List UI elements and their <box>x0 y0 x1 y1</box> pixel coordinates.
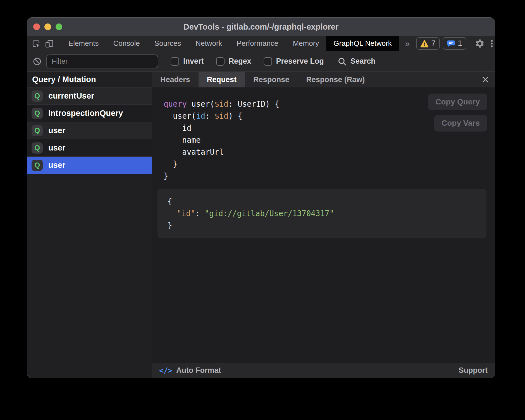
copy-buttons: Copy Query Copy Vars <box>428 94 487 132</box>
invert-checkbox-group[interactable]: Invert <box>171 57 204 66</box>
tab-performance[interactable]: Performance <box>230 36 286 51</box>
close-window-button[interactable] <box>33 23 40 30</box>
invert-checkbox[interactable] <box>171 57 179 66</box>
kebab-menu-icon <box>487 39 495 48</box>
query-list-header: Query / Mutation <box>27 72 152 87</box>
query-list-item-IntrospectionQuery[interactable]: Q IntrospectionQuery <box>27 105 152 122</box>
tab-response[interactable]: Response <box>245 72 298 87</box>
inspect-cursor-icon <box>32 39 40 48</box>
request-detail-panel: Headers Request Response Response (Raw) … <box>152 72 495 378</box>
code-brackets-icon: </> <box>159 366 172 375</box>
window-title: DevTools - gitlab.com/-/graphql-explorer <box>183 22 338 32</box>
warning-count: 7 <box>431 39 436 48</box>
search-icon <box>337 57 347 66</box>
preserve-log-label: Preserve Log <box>276 57 324 66</box>
filter-toolbar: Invert Regex Preserve Log Search <box>27 51 495 72</box>
tab-console[interactable]: Console <box>106 36 147 51</box>
support-link[interactable]: Support <box>459 366 488 375</box>
auto-format-button[interactable]: Auto Format <box>176 366 221 375</box>
tab-graphql-network[interactable]: GraphQL Network <box>326 36 399 51</box>
query-name: currentUser <box>48 91 94 101</box>
regex-checkbox[interactable] <box>216 57 225 66</box>
query-type-badge: Q <box>32 108 43 119</box>
query-list-item-user-1[interactable]: Q user <box>27 122 152 139</box>
tab-headers[interactable]: Headers <box>152 72 199 87</box>
query-name: user <box>48 143 65 152</box>
issues-badge[interactable]: 1 <box>443 37 466 50</box>
preserve-log-checkbox-group[interactable]: Preserve Log <box>264 57 324 66</box>
search-button[interactable]: Search <box>337 57 376 66</box>
tab-response-raw[interactable]: Response (Raw) <box>298 72 373 87</box>
search-label: Search <box>350 57 376 66</box>
query-type-badge: Q <box>32 125 43 136</box>
toggle-device-toolbar-button[interactable] <box>45 39 54 48</box>
tab-network[interactable]: Network <box>188 36 229 51</box>
query-list-panel: Query / Mutation Q currentUser Q Introsp… <box>27 72 152 378</box>
clear-button[interactable] <box>32 56 43 67</box>
more-options-button[interactable] <box>487 37 495 50</box>
tab-sources[interactable]: Sources <box>147 36 188 51</box>
query-list-item-currentUser[interactable]: Q currentUser <box>27 87 152 105</box>
warnings-badge[interactable]: 7 <box>416 37 440 50</box>
tab-memory[interactable]: Memory <box>285 36 326 51</box>
query-type-badge: Q <box>32 160 43 171</box>
copy-vars-button[interactable]: Copy Vars <box>434 115 487 132</box>
gear-icon <box>475 39 485 49</box>
regex-checkbox-group[interactable]: Regex <box>216 57 251 66</box>
devtools-window: DevTools - gitlab.com/-/graphql-explorer… <box>27 17 495 378</box>
query-type-badge: Q <box>32 90 43 102</box>
device-toolbar-icon <box>45 39 54 48</box>
devtools-tab-bar: Elements Console Sources Network Perform… <box>27 36 495 51</box>
detail-footer: </> Auto Format Support <box>152 363 495 378</box>
tab-request[interactable]: Request <box>199 72 245 87</box>
minimize-window-button[interactable] <box>44 23 51 30</box>
traffic-lights <box>33 18 62 36</box>
main-area: Query / Mutation Q currentUser Q Introsp… <box>27 72 495 378</box>
detail-tab-bar: Headers Request Response Response (Raw) <box>152 72 495 87</box>
issues-count: 1 <box>458 39 462 48</box>
invert-label: Invert <box>183 57 204 66</box>
request-view: Copy Query Copy Vars query user($id: Use… <box>152 87 495 363</box>
query-name: IntrospectionQuery <box>48 109 123 118</box>
message-bubble-icon <box>447 39 455 48</box>
maximize-window-button[interactable] <box>56 23 62 30</box>
title-bar: DevTools - gitlab.com/-/graphql-explorer <box>27 18 495 36</box>
preserve-log-checkbox[interactable] <box>264 57 272 66</box>
query-name: user <box>48 161 65 170</box>
block-icon <box>33 57 42 66</box>
close-detail-button[interactable] <box>479 73 492 86</box>
warning-triangle-icon <box>420 39 429 48</box>
tab-elements[interactable]: Elements <box>61 36 106 51</box>
settings-button[interactable] <box>475 37 485 50</box>
chevron-double-right-icon: » <box>405 39 410 48</box>
query-name: user <box>48 126 65 135</box>
query-list-item-user-2[interactable]: Q user <box>27 139 152 157</box>
query-type-badge: Q <box>32 142 43 154</box>
query-list-item-user-3-selected[interactable]: Q user <box>27 157 152 174</box>
inspect-element-button[interactable] <box>32 39 40 48</box>
copy-query-button[interactable]: Copy Query <box>428 94 487 110</box>
more-tabs-button[interactable]: » <box>399 36 416 51</box>
regex-label: Regex <box>229 57 251 66</box>
query-variables-box: { "id": "gid://gitlab/User/13704317"} <box>157 189 486 238</box>
close-icon <box>481 75 490 84</box>
filter-input[interactable] <box>46 54 158 68</box>
